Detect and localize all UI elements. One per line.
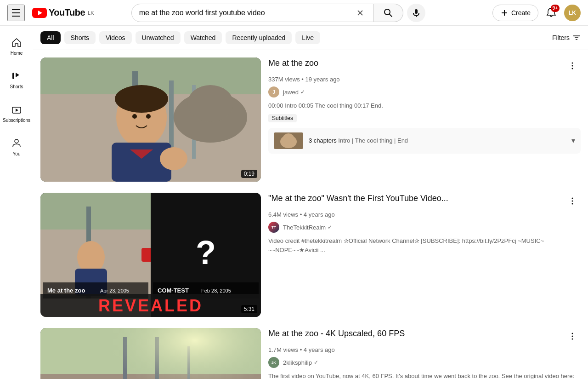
video-desc-3: The first video on YouTube, now at 4K, 6… <box>268 372 581 379</box>
video-meta-2: 6.4M views • 4 years ago <box>268 211 581 218</box>
tab-all[interactable]: All <box>40 31 61 44</box>
home-icon <box>11 37 22 48</box>
channel-avatar-2: TT <box>268 222 279 233</box>
search-area <box>131 4 425 22</box>
svg-text:?: ? <box>196 234 216 271</box>
svg-point-31 <box>572 68 573 69</box>
video-desc-1: 00:00 Intro 00:05 The cool thing 00:17 E… <box>268 101 581 110</box>
you-icon <box>11 138 22 149</box>
microphone-icon <box>412 8 421 17</box>
more-vertical-icon-2 <box>568 196 577 206</box>
chevron-down-icon: ▾ <box>571 136 575 145</box>
more-vertical-icon <box>568 61 577 70</box>
more-vertical-icon-3 <box>568 332 577 341</box>
channel-avatar-3: 2K <box>268 357 279 368</box>
more-options-button-3[interactable] <box>564 328 581 345</box>
channel-name-2[interactable]: TheTekkitRealm ✓ <box>283 224 332 231</box>
logo-text: YouTube <box>49 7 85 18</box>
video-title-1: Me at the zoo <box>268 57 560 69</box>
filters-icon <box>572 34 581 42</box>
svg-point-53 <box>572 201 573 202</box>
filters-label: Filters <box>552 34 570 41</box>
clear-search-button[interactable] <box>354 7 366 19</box>
channel-name-1[interactable]: jawed ✓ <box>283 89 305 96</box>
video-title-row-1: Me at the zoo <box>268 57 581 74</box>
svg-rect-63 <box>40 328 261 379</box>
channel-row-1: J jawed ✓ <box>268 86 581 98</box>
thumbnail-image-1 <box>40 57 261 182</box>
svg-line-5 <box>390 14 392 17</box>
user-avatar-button[interactable]: LK <box>564 5 581 21</box>
sidebar-item-home[interactable]: Home <box>0 29 33 63</box>
tab-videos[interactable]: Videos <box>99 31 132 44</box>
sidebar-item-shorts[interactable]: Shorts <box>0 63 33 97</box>
view-count-3: 1.7M views <box>268 346 298 353</box>
channel-name-3[interactable]: 2kliksphilip ✓ <box>283 359 318 366</box>
tab-live[interactable]: Live <box>295 31 320 44</box>
logo-country: LK <box>88 10 94 16</box>
search-icon <box>384 8 393 17</box>
result-item-2[interactable]: Me at the zoo Apr 23, 2005 ? COM-TEST Fe… <box>40 193 581 317</box>
sidebar-item-subscriptions[interactable]: Subscriptions <box>0 97 33 130</box>
view-count-1: 337M views <box>268 76 300 83</box>
thumbnail-2[interactable]: Me at the zoo Apr 23, 2005 ? COM-TEST Fe… <box>40 193 261 317</box>
svg-text:Apr 23, 2005: Apr 23, 2005 <box>100 288 129 293</box>
tab-recently-uploaded[interactable]: Recently uploaded <box>226 31 292 44</box>
view-count-2: 6.4M views <box>268 211 298 218</box>
notification-badge: 9+ <box>551 5 560 12</box>
svg-rect-10 <box>12 73 14 79</box>
video-desc-2: Video credit #thetekkitrealm ✰Official N… <box>268 236 581 254</box>
svg-rect-6 <box>415 9 418 14</box>
main-content: All Shorts Videos Unwatched Watched Rece… <box>33 26 588 379</box>
close-icon <box>356 9 364 17</box>
notifications-button[interactable]: 9+ <box>542 4 560 22</box>
chapter-thumbnail <box>274 132 303 149</box>
result-item-1[interactable]: 0:19 Me at the zoo 337M views • <box>40 57 581 182</box>
voice-search-button[interactable] <box>407 4 425 22</box>
svg-point-28 <box>160 147 187 170</box>
sidebar-item-you[interactable]: You <box>0 130 33 164</box>
video-info-2: "Me at the zoo" Wasn't the First YouTube… <box>268 193 581 317</box>
chapter-list: Intro | The cool thing | End <box>338 137 408 144</box>
time-ago-1: 19 years ago <box>305 76 339 83</box>
create-button[interactable]: Create <box>492 5 538 21</box>
header: YouTubeLK <box>0 0 588 26</box>
shorts-icon <box>11 70 22 81</box>
svg-point-54 <box>572 203 573 205</box>
subtitles-badge: Subtitles <box>268 114 297 122</box>
logo[interactable]: YouTubeLK <box>32 7 94 18</box>
svg-point-30 <box>572 65 573 67</box>
video-info-1: Me at the zoo 337M views • 19 years ago <box>268 57 581 182</box>
tab-shorts[interactable]: Shorts <box>64 31 96 44</box>
svg-point-4 <box>384 9 390 15</box>
channel-avatar-1: J <box>268 86 279 98</box>
verified-icon-1: ✓ <box>300 89 305 95</box>
video-title-row-3: Me at the zoo - 4K Upscaled, 60 FPS <box>268 328 581 345</box>
sidebar-home-label: Home <box>11 51 23 56</box>
more-options-button-1[interactable] <box>564 57 581 74</box>
svg-point-34 <box>283 133 294 143</box>
tab-watched[interactable]: Watched <box>184 31 222 44</box>
more-options-button-2[interactable] <box>564 193 581 209</box>
video-title-3: Me at the zoo - 4K Upscaled, 60 FPS <box>268 328 560 339</box>
thumbnail-3[interactable] <box>40 328 261 379</box>
thumbnail-1[interactable]: 0:19 <box>40 57 261 182</box>
sidebar-subscriptions-label: Subscriptions <box>3 118 30 123</box>
search-input[interactable] <box>139 9 354 17</box>
video-info-3: Me at the zoo - 4K Upscaled, 60 FPS 1.7M… <box>268 328 581 379</box>
filters-button[interactable]: Filters <box>552 34 581 42</box>
video-title-row-2: "Me at the zoo" Wasn't the First YouTube… <box>268 193 581 209</box>
avatar-initials: LK <box>569 10 576 16</box>
youtube-logo-icon <box>32 8 47 18</box>
svg-text:Feb 28, 2005: Feb 28, 2005 <box>201 288 231 293</box>
time-ago-3: 4 years ago <box>304 346 335 353</box>
chapters-row[interactable]: 3 chapters Intro | The cool thing | End … <box>268 128 581 154</box>
svg-point-65 <box>572 336 573 337</box>
svg-point-27 <box>146 114 151 119</box>
channel-row-2: TT TheTekkitRealm ✓ <box>268 222 581 233</box>
menu-button[interactable] <box>7 5 25 21</box>
search-submit-button[interactable] <box>374 4 403 22</box>
result-item-3[interactable]: Me at the zoo - 4K Upscaled, 60 FPS 1.7M… <box>40 328 581 379</box>
tab-unwatched[interactable]: Unwatched <box>136 31 181 44</box>
plus-icon <box>500 9 509 17</box>
